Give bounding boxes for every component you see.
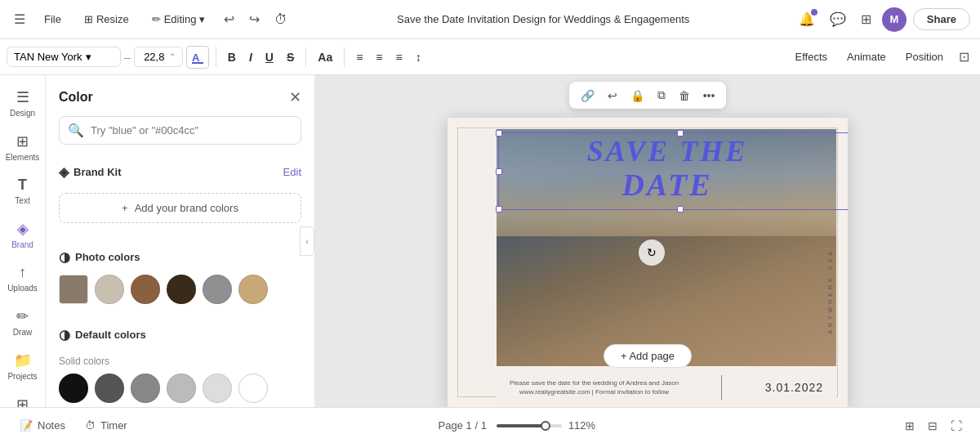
photo-thumbnail[interactable]	[59, 275, 88, 304]
font-selector[interactable]: TAN New York ▾	[7, 47, 121, 67]
color-search-input[interactable]	[91, 124, 292, 136]
undo-button[interactable]: ↩	[220, 7, 238, 31]
adjust-button[interactable]: ⊡	[955, 45, 973, 69]
default-colors-section: ◑ Default colors	[46, 320, 314, 349]
timer-label: Timer	[100, 419, 127, 432]
fullscreen-button[interactable]: ⛶	[946, 416, 967, 436]
comments-button[interactable]: 💬	[826, 7, 850, 31]
canvas-link-button[interactable]: 🔗	[576, 86, 599, 105]
adjust-icon: ⊡	[959, 50, 969, 64]
redo-button[interactable]: ↪	[245, 7, 264, 31]
black-swatches-row	[59, 374, 301, 403]
user-avatar[interactable]: M	[882, 7, 906, 32]
font-size-control[interactable]: ⌃	[134, 47, 183, 67]
sidebar-item-apps[interactable]: ⊞ Apps	[2, 389, 43, 407]
grid-view-button[interactable]: ⊞	[900, 416, 920, 436]
file-menu[interactable]: File	[36, 9, 69, 29]
grid-view-icon: ⊞	[905, 419, 915, 432]
panel-title: Color	[59, 90, 93, 105]
canvas-delete-button[interactable]: 🗑	[674, 86, 695, 105]
sidebar-item-text[interactable]: T Text	[2, 170, 43, 212]
share-button[interactable]: Share	[913, 8, 970, 30]
canvas-undo-button[interactable]: ↩	[603, 86, 622, 105]
photo-swatches-row	[46, 271, 314, 314]
effects-button[interactable]: Effects	[787, 47, 836, 67]
zoom-bar[interactable]	[497, 424, 562, 427]
sidebar-item-brand[interactable]: ◈ Brand	[2, 213, 43, 256]
timer-top-button[interactable]: ⏱	[270, 8, 292, 31]
text-color-icon: A	[190, 50, 205, 65]
add-page-button[interactable]: + Add page	[604, 344, 692, 368]
canvas-toolbar: 🔗 ↩ 🔒 ⧉ 🗑 •••	[569, 82, 727, 109]
close-panel-button[interactable]: ✕	[289, 88, 301, 106]
resize-button[interactable]: ⊞ Resize	[76, 9, 137, 29]
canvas-lock-button[interactable]: 🔒	[626, 86, 649, 105]
refresh-overlay[interactable]: ↻	[639, 239, 665, 266]
resize-label: Resize	[96, 13, 129, 25]
swatch-gray[interactable]	[131, 374, 160, 403]
canvas-copy-button[interactable]: ⧉	[653, 85, 670, 105]
add-brand-colors-button[interactable]: + Add your brand colors	[59, 193, 301, 223]
font-name-label: TAN New York	[14, 51, 82, 63]
underline-button[interactable]: U	[261, 47, 278, 67]
align-center-button[interactable]: ≡	[371, 47, 387, 67]
align-left-button[interactable]: ≡	[351, 47, 368, 67]
swatch-black[interactable]	[59, 374, 88, 403]
sidebar-item-elements[interactable]: ⊞ Elements	[2, 126, 43, 168]
notification-dot	[811, 9, 817, 16]
photo-swatch-0[interactable]	[95, 275, 124, 304]
swatch-darkgray[interactable]	[95, 374, 124, 403]
italic-button[interactable]: I	[244, 47, 257, 67]
default-colors-icon: ◑	[59, 327, 70, 342]
share-label: Share	[927, 13, 956, 25]
photo-swatch-3[interactable]	[203, 275, 232, 304]
present-button[interactable]: ⊞	[857, 7, 875, 31]
editing-button[interactable]: ✏ Editing ▾	[144, 9, 214, 29]
sidebar-item-design[interactable]: ☰ Design	[2, 82, 43, 124]
left-sidebar: ☰ Design ⊞ Elements T Text ◈ Brand ↑ Upl…	[0, 75, 46, 407]
text-color-picker[interactable]: A	[186, 46, 209, 69]
save-the-date-line2: DATE	[621, 168, 712, 202]
animate-button[interactable]: Animate	[839, 47, 894, 67]
bottom-line1: Please save the date for the wedding of …	[510, 379, 679, 387]
solid-label: Solid colors	[59, 356, 301, 367]
fullscreen-icon: ⛶	[951, 419, 962, 432]
swatch-verylightgray[interactable]	[203, 374, 232, 403]
projects-label: Projects	[7, 372, 37, 381]
photo-swatch-2[interactable]	[167, 275, 196, 304]
draw-label: Draw	[13, 328, 32, 337]
align-right-button[interactable]: ≡	[391, 47, 408, 67]
zoom-thumb[interactable]	[541, 421, 550, 431]
font-size-input[interactable]	[140, 51, 169, 63]
canvas-more-button[interactable]: •••	[698, 86, 720, 105]
font-size-arrows-icon: ⌃	[169, 52, 176, 61]
text-icon: T	[18, 177, 27, 194]
strikethrough-button[interactable]: S	[282, 47, 299, 67]
swatch-lightgray[interactable]	[167, 374, 196, 403]
sidebar-item-draw[interactable]: ✏ Draw	[2, 301, 43, 343]
collapse-panel-button[interactable]: ‹	[300, 226, 314, 256]
menu-icon: ☰	[14, 12, 25, 26]
photo-thumb-image	[60, 275, 87, 303]
position-button[interactable]: Position	[898, 47, 951, 67]
photo-swatch-4[interactable]	[238, 275, 268, 304]
bold-button[interactable]: B	[223, 47, 241, 67]
page-info: Page 1 / 1	[439, 419, 487, 432]
font-arrow-icon: ▾	[86, 51, 91, 63]
menu-button[interactable]: ☰	[10, 7, 29, 31]
photo-swatch-1[interactable]	[131, 275, 160, 304]
main-area: ☰ Design ⊞ Elements T Text ◈ Brand ↑ Upl…	[0, 75, 980, 407]
line-spacing-button[interactable]: ↕	[411, 47, 426, 67]
sidebar-item-projects[interactable]: 📁 Projects	[2, 345, 43, 387]
timer-button[interactable]: ⏱ Timer	[78, 415, 134, 436]
text-case-button[interactable]: Aa	[313, 47, 337, 67]
add-brand-icon: +	[122, 202, 128, 214]
swatch-white[interactable]	[238, 374, 268, 403]
brand-kit-edit-button[interactable]: Edit	[283, 166, 301, 178]
list-view-button[interactable]: ⊟	[923, 416, 942, 436]
sidebar-item-uploads[interactable]: ↑ Uploads	[2, 257, 43, 299]
handle-bm[interactable]	[677, 206, 684, 213]
zoom-control[interactable]: 112%	[497, 419, 595, 432]
notes-button[interactable]: 📝 Notes	[13, 415, 72, 436]
handle-bl[interactable]	[496, 206, 502, 213]
